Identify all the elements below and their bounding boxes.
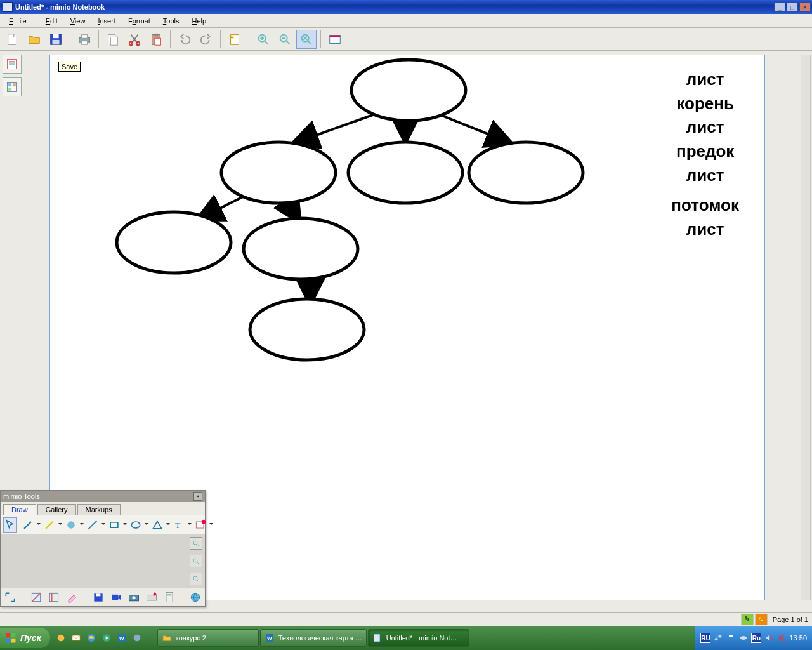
word-4[interactable]: предок xyxy=(676,140,734,164)
svg-point-47 xyxy=(193,541,197,545)
rect-tool[interactable] xyxy=(107,517,121,533)
menu-tools[interactable]: Tools xyxy=(157,16,186,26)
word-7[interactable]: лист xyxy=(686,218,724,242)
tray-volume-icon[interactable] xyxy=(764,633,774,643)
save-button[interactable] xyxy=(46,30,66,49)
pb-keyboard[interactable] xyxy=(145,590,159,605)
tray-network-icon[interactable] xyxy=(713,633,723,643)
redo-button[interactable] xyxy=(196,30,216,49)
triangle-tool[interactable] xyxy=(150,517,164,533)
print-button[interactable] xyxy=(74,30,95,49)
start-button[interactable]: Пуск xyxy=(0,628,50,648)
svg-line-41 xyxy=(88,521,96,529)
pb-spotlight[interactable] xyxy=(29,590,43,605)
palette-tab-markups[interactable]: Markups xyxy=(77,504,121,515)
ql-desktop[interactable] xyxy=(54,630,68,646)
palette-zoom-100[interactable] xyxy=(190,555,202,567)
ellipse-tool[interactable] xyxy=(129,517,143,533)
tray-printer-icon[interactable] xyxy=(726,633,736,643)
pen-dd[interactable] xyxy=(37,517,41,533)
zoom-out-button[interactable] xyxy=(275,30,295,49)
import-tool[interactable] xyxy=(193,517,207,533)
el-dd[interactable] xyxy=(145,517,148,533)
side-thumbnails-button[interactable] xyxy=(3,55,22,74)
palette-close-button[interactable]: × xyxy=(193,492,202,501)
eraser-tool[interactable] xyxy=(64,517,78,533)
open-button[interactable] xyxy=(24,30,44,49)
main-toolbar xyxy=(0,28,812,51)
ln-dd[interactable] xyxy=(102,517,105,533)
zoom-fit-button[interactable] xyxy=(296,30,317,49)
undo-button[interactable] xyxy=(174,30,195,49)
task-2[interactable]: W Технологическая карта … xyxy=(260,629,367,647)
word-1[interactable]: лист xyxy=(686,68,724,92)
im-dd[interactable] xyxy=(209,517,213,533)
pb-record[interactable] xyxy=(109,590,123,605)
menu-view[interactable]: View xyxy=(64,16,92,26)
word-2[interactable]: корень xyxy=(676,92,734,116)
svg-rect-51 xyxy=(50,593,58,601)
pb-save[interactable] xyxy=(91,590,105,605)
tr-dd[interactable] xyxy=(166,517,170,533)
highlighter-tool[interactable] xyxy=(43,517,56,533)
svg-rect-21 xyxy=(9,61,15,63)
status-connection-icon[interactable]: ✎ xyxy=(741,614,754,625)
word-3[interactable]: лист xyxy=(686,116,724,140)
tray-clock[interactable]: 13:50 xyxy=(789,634,807,642)
ql-mail[interactable] xyxy=(69,630,83,646)
insert-page-button[interactable] xyxy=(225,30,245,49)
tray-disk-icon[interactable] xyxy=(738,633,749,643)
palette-zoom-in[interactable] xyxy=(190,537,202,550)
menu-help[interactable]: Help xyxy=(185,16,213,26)
pb-eraser2[interactable] xyxy=(65,590,79,605)
fullscreen-button[interactable] xyxy=(325,30,345,49)
select-tool[interactable] xyxy=(3,517,17,533)
palette-zoom-out[interactable] xyxy=(190,573,202,585)
svg-point-34 xyxy=(221,142,336,203)
menu-insert[interactable]: Insert xyxy=(91,16,122,26)
word-5[interactable]: лист xyxy=(686,164,724,188)
copy-button[interactable] xyxy=(103,30,123,49)
vertical-scrollbar[interactable] xyxy=(801,55,811,600)
minimize-button[interactable]: _ xyxy=(774,2,785,12)
task-3[interactable]: Untitled* - mimio Not… xyxy=(368,629,469,647)
quick-launch: W xyxy=(50,630,155,646)
task-1[interactable]: конкурс 2 xyxy=(157,629,259,647)
pb-calculator[interactable] xyxy=(162,590,176,605)
word-6[interactable]: потомок xyxy=(671,194,739,218)
paste-button[interactable] xyxy=(146,30,166,49)
rc-dd[interactable] xyxy=(123,517,127,533)
menu-format[interactable]: Format xyxy=(122,16,157,26)
pb-camera[interactable] xyxy=(127,590,141,605)
close-button[interactable]: × xyxy=(799,2,811,12)
menu-edit[interactable]: Edit xyxy=(39,16,64,26)
zoom-in-button[interactable] xyxy=(253,30,273,49)
status-rss-icon[interactable]: ∿ xyxy=(755,614,768,625)
tx-dd[interactable] xyxy=(188,517,192,533)
palette-tab-draw[interactable]: Draw xyxy=(3,504,36,515)
er-dd[interactable] xyxy=(80,517,84,533)
tray-antivirus-icon[interactable]: K xyxy=(776,633,787,643)
ql-settings[interactable] xyxy=(130,630,144,646)
cut-button[interactable] xyxy=(124,30,145,49)
svg-point-49 xyxy=(193,576,197,580)
pen-tool[interactable] xyxy=(21,517,35,533)
hl-dd[interactable] xyxy=(58,517,62,533)
palette-tab-gallery[interactable]: Gallery xyxy=(37,504,76,515)
tray-lang-1[interactable]: RU xyxy=(700,633,710,643)
palette-titlebar[interactable]: mimio Tools × xyxy=(1,491,205,502)
pb-web[interactable] xyxy=(188,590,202,605)
mimio-tools-palette[interactable]: mimio Tools × Draw Gallery Markups T xyxy=(0,490,206,607)
ql-ie[interactable] xyxy=(84,630,98,646)
text-tool[interactable]: T xyxy=(172,517,186,533)
pb-fullscreen[interactable] xyxy=(3,590,17,605)
menu-file[interactable]: Filedocument.currentScript.previousEleme… xyxy=(3,16,39,26)
maximize-button[interactable]: □ xyxy=(787,2,798,12)
ql-media[interactable] xyxy=(100,630,114,646)
new-button[interactable] xyxy=(3,30,23,49)
line-tool[interactable] xyxy=(86,517,100,533)
side-gallery-button[interactable] xyxy=(3,77,22,96)
pb-reveal[interactable] xyxy=(47,590,61,605)
ql-word[interactable]: W xyxy=(115,630,129,646)
tray-lang-2[interactable]: Ru xyxy=(751,633,761,643)
